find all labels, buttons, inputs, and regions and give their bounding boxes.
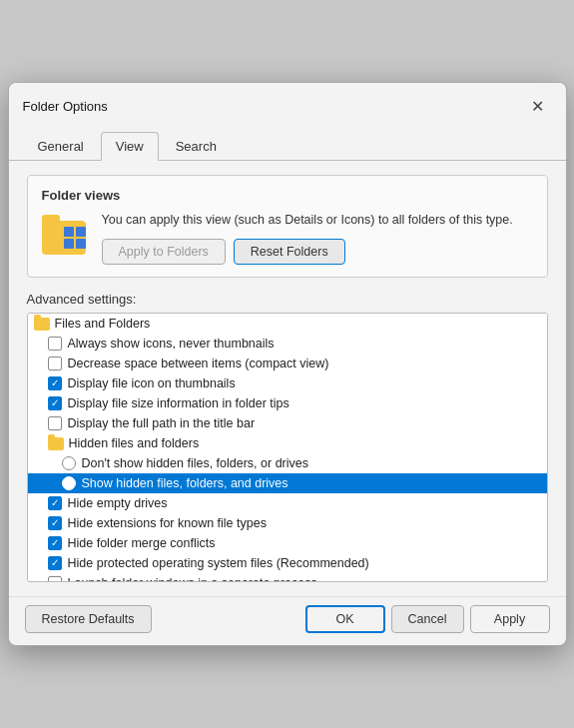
folder-body bbox=[42, 221, 86, 255]
tree-item-hide-protected[interactable]: Hide protected operating system files (R… bbox=[28, 553, 547, 573]
ok-button[interactable]: OK bbox=[305, 605, 385, 633]
dialog-title: Folder Options bbox=[23, 99, 108, 114]
advanced-settings-tree[interactable]: Files and Folders Always show icons, nev… bbox=[27, 313, 548, 582]
checkbox-always-show-icons[interactable] bbox=[48, 337, 62, 351]
category-label: Files and Folders bbox=[55, 317, 151, 331]
item-label: Display the full path in the title bar bbox=[68, 416, 256, 430]
bottom-buttons: Restore Defaults OK Cancel Apply bbox=[9, 596, 566, 645]
tree-item-display-file-icon[interactable]: Display file icon on thumbnails bbox=[28, 373, 547, 393]
item-label: Don't show hidden files, folders, or dri… bbox=[82, 456, 309, 470]
checkbox-hide-folder-merge[interactable] bbox=[48, 536, 62, 550]
item-label: Display file icon on thumbnails bbox=[68, 376, 236, 390]
item-label: Hide empty drives bbox=[68, 496, 168, 510]
folder-small-icon bbox=[48, 437, 64, 450]
tree-item-show-hidden[interactable]: Show hidden files, folders, and drives bbox=[28, 473, 547, 493]
tab-general[interactable]: General bbox=[23, 132, 99, 161]
tree-item-display-file-size[interactable]: Display file size information in folder … bbox=[28, 393, 547, 413]
tree-item-display-full-path[interactable]: Display the full path in the title bar bbox=[28, 413, 547, 433]
checkbox-hide-empty-drives[interactable] bbox=[48, 496, 62, 510]
grid-overlay bbox=[64, 227, 86, 249]
checkbox-display-full-path[interactable] bbox=[48, 416, 62, 430]
checkbox-launch-folder-windows[interactable] bbox=[48, 576, 62, 582]
category-hidden-files: Hidden files and folders bbox=[28, 433, 547, 453]
tree-item-launch-folder-windows[interactable]: Launch folder windows in a separate proc… bbox=[28, 573, 547, 582]
checkbox-display-file-icon[interactable] bbox=[48, 376, 62, 390]
tree-item-hide-extensions[interactable]: Hide extensions for known file types bbox=[28, 513, 547, 533]
title-bar: Folder Options ✕ bbox=[9, 83, 566, 121]
item-label: Display file size information in folder … bbox=[68, 396, 289, 410]
apply-button[interactable]: Apply bbox=[470, 605, 550, 633]
folder-small-icon bbox=[34, 318, 50, 331]
item-label: Launch folder windows in a separate proc… bbox=[68, 576, 317, 582]
grid-cell bbox=[64, 239, 74, 249]
item-label: Hide protected operating system files (R… bbox=[68, 556, 369, 570]
item-label: Hide folder merge conflicts bbox=[68, 536, 216, 550]
tab-search[interactable]: Search bbox=[161, 132, 232, 161]
grid-cell bbox=[64, 227, 74, 237]
tree-item-hide-empty-drives[interactable]: Hide empty drives bbox=[28, 493, 547, 513]
folder-views-description: You can apply this view (such as Details… bbox=[102, 211, 513, 229]
checkbox-hide-extensions[interactable] bbox=[48, 516, 62, 530]
category-files-and-folders: Files and Folders bbox=[28, 314, 547, 334]
reset-folders-button[interactable]: Reset Folders bbox=[234, 239, 345, 265]
restore-defaults-button[interactable]: Restore Defaults bbox=[25, 605, 152, 633]
apply-to-folders-button[interactable]: Apply to Folders bbox=[102, 239, 226, 265]
category-label: Hidden files and folders bbox=[69, 436, 200, 450]
folder-views-section: Folder views You can apply this view bbox=[27, 175, 548, 278]
folder-views-title: Folder views bbox=[42, 188, 533, 203]
checkbox-compact-view[interactable] bbox=[48, 357, 62, 370]
tree-item-hide-folder-merge[interactable]: Hide folder merge conflicts bbox=[28, 533, 547, 553]
main-content: Folder views You can apply this view bbox=[9, 161, 566, 596]
folder-options-dialog: Folder Options ✕ General View Search Fol… bbox=[8, 82, 567, 646]
radio-dont-show-hidden[interactable] bbox=[62, 456, 76, 470]
item-label: Show hidden files, folders, and drives bbox=[82, 476, 288, 490]
item-label: Decrease space between items (compact vi… bbox=[68, 357, 329, 370]
tree-item-dont-show-hidden[interactable]: Don't show hidden files, folders, or dri… bbox=[28, 453, 547, 473]
grid-cell bbox=[76, 239, 86, 249]
item-label: Hide extensions for known file types bbox=[68, 516, 267, 530]
folder-views-inner: You can apply this view (such as Details… bbox=[42, 211, 533, 265]
close-button[interactable]: ✕ bbox=[524, 93, 552, 121]
checkbox-hide-protected[interactable] bbox=[48, 556, 62, 570]
grid-cell bbox=[76, 227, 86, 237]
folder-views-right: You can apply this view (such as Details… bbox=[102, 211, 513, 265]
radio-show-hidden[interactable] bbox=[62, 476, 76, 490]
advanced-settings-label: Advanced settings: bbox=[27, 292, 548, 307]
cancel-button[interactable]: Cancel bbox=[391, 605, 464, 633]
folder-views-buttons: Apply to Folders Reset Folders bbox=[102, 239, 513, 265]
item-label: Always show icons, never thumbnails bbox=[68, 337, 275, 351]
checkbox-display-file-size[interactable] bbox=[48, 396, 62, 410]
tab-view[interactable]: View bbox=[101, 132, 159, 161]
tab-bar: General View Search bbox=[9, 125, 566, 161]
folder-icon bbox=[42, 215, 90, 255]
tree-item-always-show-icons[interactable]: Always show icons, never thumbnails bbox=[28, 334, 547, 354]
tree-item-compact-view[interactable]: Decrease space between items (compact vi… bbox=[28, 354, 547, 373]
